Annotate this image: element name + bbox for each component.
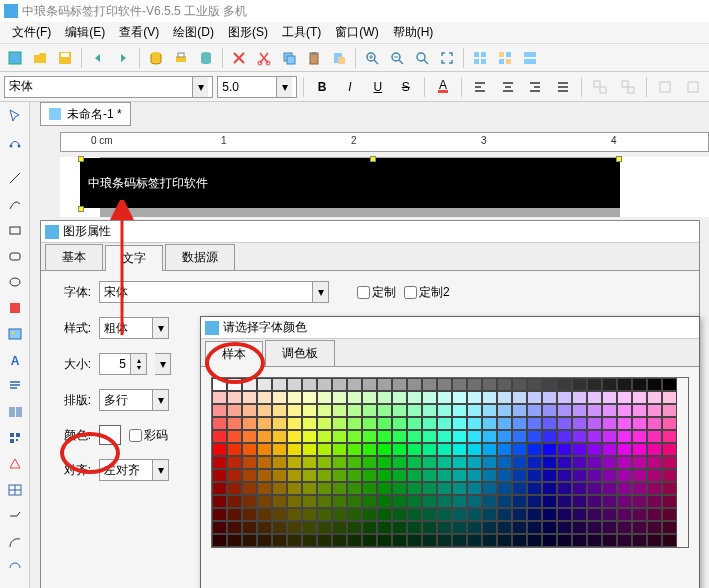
color-swatch[interactable]: [452, 391, 467, 404]
color-swatch[interactable]: [542, 469, 557, 482]
color-swatch[interactable]: [482, 469, 497, 482]
color-swatch[interactable]: [302, 430, 317, 443]
color-swatch[interactable]: [437, 521, 452, 534]
arc2-tool[interactable]: [2, 556, 28, 580]
color-swatch[interactable]: [617, 521, 632, 534]
color-swatch[interactable]: [257, 391, 272, 404]
color-swatch[interactable]: [287, 469, 302, 482]
color-swatch[interactable]: [482, 495, 497, 508]
color-swatch[interactable]: [317, 404, 332, 417]
color-swatch[interactable]: [647, 378, 662, 391]
color-swatch[interactable]: [257, 534, 272, 547]
zoom-out-button[interactable]: [386, 47, 408, 69]
color-swatch[interactable]: [527, 482, 542, 495]
color-swatch[interactable]: [572, 521, 587, 534]
color-swatch[interactable]: [392, 391, 407, 404]
color-swatch[interactable]: [482, 378, 497, 391]
color-swatch[interactable]: [662, 404, 677, 417]
color-swatch[interactable]: [512, 430, 527, 443]
color-swatch[interactable]: [632, 391, 647, 404]
color-swatch[interactable]: [422, 430, 437, 443]
color-swatch[interactable]: [272, 391, 287, 404]
color-swatch[interactable]: [542, 495, 557, 508]
color-swatch[interactable]: [632, 456, 647, 469]
undo-button[interactable]: [87, 47, 109, 69]
color-swatch[interactable]: [602, 534, 617, 547]
color-swatch[interactable]: [542, 391, 557, 404]
custom1-checkbox[interactable]: 定制: [357, 284, 396, 301]
color-swatch[interactable]: [377, 404, 392, 417]
color-swatch[interactable]: [407, 404, 422, 417]
color-swatch[interactable]: [482, 521, 497, 534]
color-swatch[interactable]: [257, 482, 272, 495]
color-swatch[interactable]: [377, 417, 392, 430]
color-swatch[interactable]: [497, 534, 512, 547]
color-swatch[interactable]: [422, 469, 437, 482]
color-swatch[interactable]: [407, 417, 422, 430]
color-swatch[interactable]: [557, 482, 572, 495]
color-swatch[interactable]: [212, 430, 227, 443]
align-left-button[interactable]: [468, 76, 492, 98]
color-swatch[interactable]: [317, 391, 332, 404]
color-swatch[interactable]: [302, 534, 317, 547]
color-swatch[interactable]: [497, 430, 512, 443]
layers-button[interactable]: [494, 47, 516, 69]
color-swatch[interactable]: [632, 534, 647, 547]
color-swatch[interactable]: [272, 404, 287, 417]
color-swatch[interactable]: [227, 469, 242, 482]
color-swatch[interactable]: [572, 534, 587, 547]
color-swatch[interactable]: [617, 456, 632, 469]
layout-field[interactable]: 多行▾: [99, 389, 169, 411]
color-swatch[interactable]: [242, 378, 257, 391]
color-swatch[interactable]: [557, 391, 572, 404]
color-swatch[interactable]: [662, 443, 677, 456]
color-swatch[interactable]: [392, 482, 407, 495]
color-swatch[interactable]: [617, 495, 632, 508]
color-swatch[interactable]: [272, 430, 287, 443]
color-swatch[interactable]: [332, 430, 347, 443]
color-swatch[interactable]: [617, 508, 632, 521]
print-button[interactable]: [170, 47, 192, 69]
color-swatch[interactable]: [557, 495, 572, 508]
shape-tool[interactable]: [2, 452, 28, 476]
document-tab[interactable]: 未命名-1 *: [40, 102, 131, 126]
menu-help[interactable]: 帮助(H): [387, 22, 440, 43]
align-center-button[interactable]: [496, 76, 520, 98]
color-swatch[interactable]: [647, 495, 662, 508]
selection-handle[interactable]: [616, 156, 622, 162]
color-swatch[interactable]: [302, 495, 317, 508]
color-swatch[interactable]: [212, 508, 227, 521]
color-swatch[interactable]: [332, 417, 347, 430]
color-swatch[interactable]: [242, 391, 257, 404]
color-swatch[interactable]: [347, 391, 362, 404]
cut-button[interactable]: [253, 47, 275, 69]
color-swatch[interactable]: [347, 469, 362, 482]
db2-button[interactable]: [195, 47, 217, 69]
color-swatch[interactable]: [587, 417, 602, 430]
color-swatch[interactable]: [362, 378, 377, 391]
color-swatch[interactable]: [302, 417, 317, 430]
color-swatch[interactable]: [647, 404, 662, 417]
color-swatch[interactable]: [647, 508, 662, 521]
color-swatch[interactable]: [557, 430, 572, 443]
color-swatch[interactable]: [437, 417, 452, 430]
color-button[interactable]: A: [431, 76, 455, 98]
color-swatch[interactable]: [467, 508, 482, 521]
color-swatch[interactable]: [437, 495, 452, 508]
color-swatch[interactable]: [452, 378, 467, 391]
color-swatch[interactable]: [542, 482, 557, 495]
selection-handle[interactable]: [370, 156, 376, 162]
color-swatch[interactable]: [407, 495, 422, 508]
color-swatch[interactable]: [602, 456, 617, 469]
color-swatch[interactable]: [512, 417, 527, 430]
color-swatch[interactable]: [482, 430, 497, 443]
color-swatch[interactable]: [422, 482, 437, 495]
line-tool[interactable]: [2, 166, 28, 190]
color-swatch[interactable]: [257, 443, 272, 456]
paste-button[interactable]: [303, 47, 325, 69]
color-swatch[interactable]: [572, 378, 587, 391]
color-swatch[interactable]: [422, 534, 437, 547]
db-button[interactable]: [145, 47, 167, 69]
menu-file[interactable]: 文件(F): [6, 22, 57, 43]
color-swatch[interactable]: [422, 404, 437, 417]
